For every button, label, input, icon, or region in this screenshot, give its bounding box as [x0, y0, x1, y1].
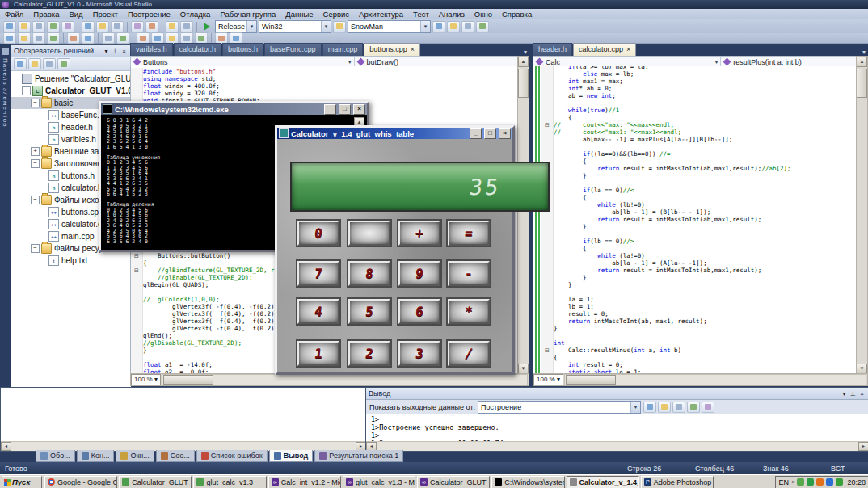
calc-button-=[interactable]: =: [448, 221, 490, 246]
minimize-icon[interactable]: _: [470, 128, 482, 139]
taskbar-item-glut_calc_v1.3[interactable]: glut_calc_v1.3: [193, 476, 266, 488]
solution-configuration-combo[interactable]: Release ▾: [215, 20, 257, 33]
show-all-files-icon[interactable]: [28, 58, 41, 69]
find-combo[interactable]: SnowMan ▾: [348, 20, 431, 33]
folder-icon[interactable]: [333, 21, 346, 32]
align-rights-icon[interactable]: [166, 32, 179, 44]
calculator-titlebar[interactable]: Calculator_v_1.4_glut_whis_table _ □ ×: [277, 128, 512, 139]
calc-button-2[interactable]: 2: [348, 341, 390, 366]
shield-icon[interactable]: [836, 478, 843, 486]
tab-overflow-icon[interactable]: ▾: [862, 48, 868, 56]
tree-item-help.txt[interactable]: thelp.txt: [11, 255, 131, 267]
calc-button-*[interactable]: *: [448, 299, 490, 324]
solution-platform-combo[interactable]: Win32 ▾: [259, 20, 331, 33]
copy-icon[interactable]: [96, 21, 109, 32]
taskbar-item-Calculator_GLUT_V1.0 -...[interactable]: ∞Calculator_GLUT_V1.0 -...: [417, 476, 490, 488]
indent-icon[interactable]: [102, 32, 115, 44]
taskbar-item-Calculator_v_1.4_glu...[interactable]: Calculator_v_1.4_glu...: [567, 476, 639, 488]
window-position-icon[interactable]: ▾: [102, 48, 111, 55]
taskbar-item-Calc_int_v1.2 - Microsoft...[interactable]: ∞Calc_int_v1.2 - Microsoft...: [268, 476, 341, 488]
calc-button-6[interactable]: 6: [398, 299, 440, 324]
menu-Анализ[interactable]: Анализ: [434, 9, 470, 19]
maximize-icon[interactable]: □: [339, 104, 351, 115]
calc-button-blank[interactable]: [348, 221, 390, 246]
calc-button-7[interactable]: 7: [297, 261, 339, 286]
chevron-down-icon[interactable]: ▾: [630, 402, 640, 413]
antivirus-icon[interactable]: [797, 478, 804, 486]
menu-Данные[interactable]: Данные: [280, 9, 318, 19]
chevron-down-icon[interactable]: ▾: [420, 21, 430, 32]
find-message-icon[interactable]: [643, 402, 656, 413]
horizontal-scrollbar[interactable]: [162, 374, 528, 385]
close-icon[interactable]: ×: [499, 128, 511, 139]
taskbar-item-glut_calc_v1.3 - Microsof...[interactable]: ∞glut_calc_v1.3 - Microsof...: [343, 476, 415, 488]
paste-icon[interactable]: [111, 21, 124, 32]
properties-icon[interactable]: [14, 58, 27, 69]
close-icon[interactable]: ×: [353, 104, 365, 115]
tree-item-Решение-Calculator_GLUT_V1.0-проекто[interactable]: Решение "Calculator_GLUT_V1.0" (проекто: [11, 73, 131, 85]
view-class-diagram-icon[interactable]: [57, 58, 70, 69]
step-over-icon[interactable]: [47, 32, 60, 44]
vs-titlebar[interactable]: Calculator_GLUT_V1.0 - Microsoft Visual …: [0, 0, 868, 9]
menu-Рабочая группа[interactable]: Рабочая группа: [215, 9, 280, 19]
solution-explorer-header[interactable]: Обозреватель решений ▾ ⊥ ×: [11, 45, 131, 57]
pin-icon[interactable]: ⊥: [849, 390, 857, 398]
toolbox-autohide-tab[interactable]: Панель элементов: [0, 44, 11, 386]
tool-tab-Соо...[interactable]: Соо...: [156, 450, 195, 462]
tree-item-Calculator_GLUT_V1.0[interactable]: −CCalculator_GLUT_V1.0: [11, 85, 131, 97]
menu-Файл[interactable]: Файл: [0, 9, 28, 19]
code-editor-right[interactable]: if(la >= lb) max = la; else max = lb; in…: [533, 66, 857, 375]
tool-tab-Обо...[interactable]: Обо...: [36, 450, 75, 462]
refresh-icon[interactable]: [43, 58, 56, 69]
close-icon[interactable]: ×: [120, 48, 129, 55]
maximize-icon[interactable]: □: [484, 128, 496, 139]
calc-button-5[interactable]: 5: [348, 299, 390, 324]
navigate-backward-icon[interactable]: [166, 21, 179, 32]
update-icon[interactable]: [816, 478, 824, 486]
comment-selection-icon[interactable]: [67, 32, 80, 44]
cut-icon[interactable]: [82, 21, 95, 32]
collapse-icon[interactable]: −: [31, 159, 40, 168]
outdent-icon[interactable]: [116, 32, 129, 44]
pin-icon[interactable]: ⊥: [111, 48, 120, 55]
chevron-down-icon[interactable]: ▾: [348, 59, 354, 65]
calc-button-9[interactable]: 9: [398, 261, 440, 286]
calc-button-1[interactable]: 1: [297, 341, 339, 366]
open-file-icon[interactable]: [32, 21, 45, 32]
menu-Вид[interactable]: Вид: [64, 9, 87, 19]
tab-varibles.h[interactable]: varibles.h: [130, 43, 173, 56]
align-lefts-icon[interactable]: [137, 32, 150, 44]
tab-buttons.h[interactable]: buttons.h: [222, 43, 263, 56]
add-item-icon[interactable]: [18, 21, 31, 32]
start-debugging-icon[interactable]: [200, 21, 213, 32]
uncomment-selection-icon[interactable]: [82, 32, 95, 44]
output-header[interactable]: Вывод ▾ ⊥ ×: [366, 388, 868, 400]
collapse-icon[interactable]: −: [31, 196, 40, 204]
calc-button-0[interactable]: 0: [297, 221, 339, 246]
chevron-down-icon[interactable]: ▾: [321, 21, 331, 32]
tool-tab-Результаты поиска 1[interactable]: Результаты поиска 1: [314, 450, 403, 462]
tool-tab-Кон...[interactable]: Кон...: [77, 450, 115, 462]
vertical-scrollbar[interactable]: ▲ ▼: [856, 56, 868, 375]
taskbar-item-Adobe Photoshop CS3 E...[interactable]: PAdobe Photoshop CS3 E...: [641, 476, 714, 488]
menu-Построение[interactable]: Построение: [123, 9, 175, 19]
menu-Проект[interactable]: Проект: [88, 9, 123, 19]
clock[interactable]: 20:28: [847, 478, 866, 486]
menu-Окно[interactable]: Окно: [470, 9, 497, 19]
find-symbol-icon[interactable]: [447, 21, 460, 32]
taskbar-item-C:\Windows\system32\c...[interactable]: C:\Windows\system32\c...: [491, 476, 564, 488]
attach-to-process-icon[interactable]: [3, 32, 16, 44]
taskbar-item-Calculator_GLUT_V1.0[interactable]: Calculator_GLUT_V1.0: [119, 476, 192, 488]
network-icon[interactable]: [826, 478, 833, 486]
calc-button-+[interactable]: +: [398, 221, 440, 246]
close-icon[interactable]: ×: [411, 46, 415, 53]
language-indicator[interactable]: EN: [779, 478, 790, 486]
tab-overflow-icon[interactable]: ▾: [524, 48, 529, 56]
step-into-icon[interactable]: [32, 32, 45, 44]
collapse-icon[interactable]: −: [31, 99, 40, 107]
tab-main.cpp[interactable]: main.cpp: [322, 43, 364, 56]
output-content[interactable]: 1>1>Построение успешно завершено.1>1>Зат…: [366, 414, 868, 441]
menu-Правка[interactable]: Правка: [28, 9, 64, 19]
make-same-size-icon[interactable]: [195, 32, 208, 44]
go-to-next-message-icon[interactable]: [672, 402, 685, 413]
